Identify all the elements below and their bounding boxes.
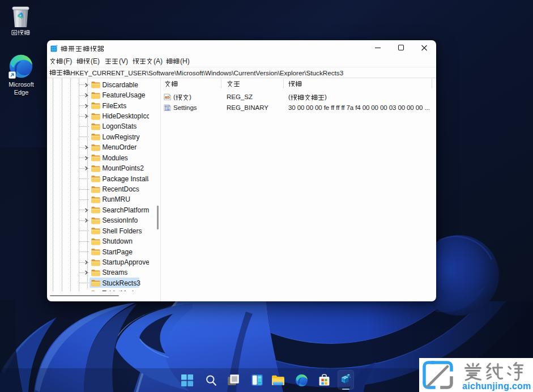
svg-text:ab: ab [165,94,170,99]
svg-text:110: 110 [165,108,170,110]
